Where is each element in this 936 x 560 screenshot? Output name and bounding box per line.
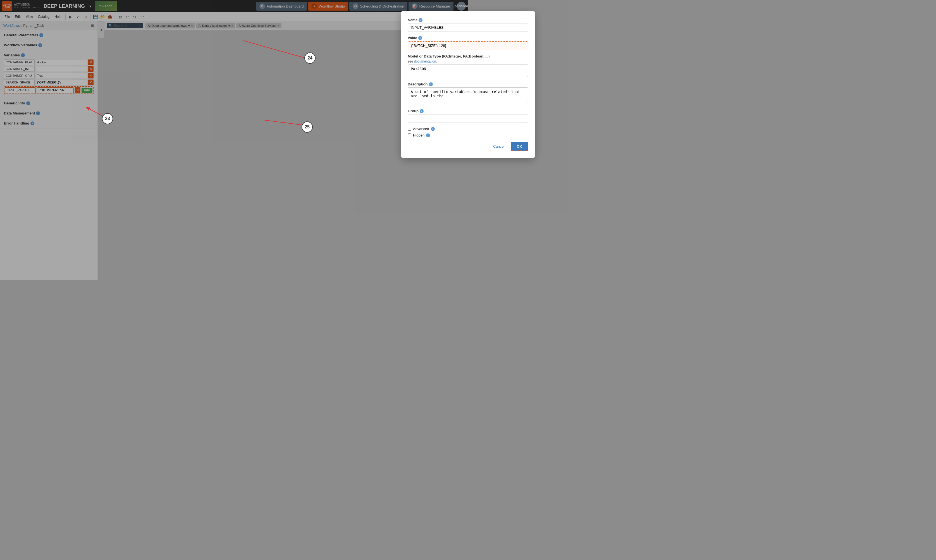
modal-name-input[interactable] xyxy=(408,23,468,32)
modal-group-label: Group i xyxy=(408,109,468,113)
modal-description-input[interactable]: A set of specific variables (usecase-rel… xyxy=(408,88,468,104)
modal-advanced-row: Advanced i xyxy=(408,127,468,131)
modal-hidden-label: Hidden xyxy=(413,133,425,137)
modal-hidden-info-icon[interactable]: i xyxy=(426,134,430,137)
modal-value-info-icon[interactable]: i xyxy=(418,36,422,40)
modal-advanced-label: Advanced xyxy=(413,127,429,131)
modal-documentation-link[interactable]: documentation xyxy=(414,60,436,63)
modal-advanced-checkbox[interactable] xyxy=(408,127,411,131)
modal-hidden-row: Hidden i xyxy=(408,133,468,137)
modal-group-input[interactable] xyxy=(408,114,468,123)
modal-value-label: Value i xyxy=(408,36,468,40)
variable-editor-modal: Name i Value i Model or Data Type (PA:In… xyxy=(401,11,468,158)
modal-hidden-checkbox[interactable] xyxy=(408,134,411,137)
modal-type-label: Model or Data Type (PA:Integer, PA:Boole… xyxy=(408,54,468,58)
modal-overlay: Name i Value i Model or Data Type (PA:In… xyxy=(0,0,468,280)
modal-name-label: Name i xyxy=(408,18,468,22)
modal-group-info-icon[interactable]: i xyxy=(420,109,423,113)
modal-group-field: Group i xyxy=(408,109,468,123)
modal-desc-info-icon[interactable]: i xyxy=(429,82,433,86)
modal-type-input[interactable]: PA:JSON xyxy=(408,65,468,77)
modal-footer: Cancel OK xyxy=(408,142,468,151)
modal-value-field: Value i xyxy=(408,36,468,50)
modal-name-field: Name i xyxy=(408,18,468,32)
modal-type-field: Model or Data Type (PA:Integer, PA:Boole… xyxy=(408,54,468,78)
modal-name-info-icon[interactable]: i xyxy=(419,18,422,22)
modal-type-hint: see documentation. xyxy=(408,60,468,63)
modal-advanced-info-icon[interactable]: i xyxy=(431,127,435,131)
modal-description-field: Description i A set of specific variable… xyxy=(408,82,468,105)
modal-value-input[interactable] xyxy=(408,41,468,50)
modal-description-label: Description i xyxy=(408,82,468,86)
